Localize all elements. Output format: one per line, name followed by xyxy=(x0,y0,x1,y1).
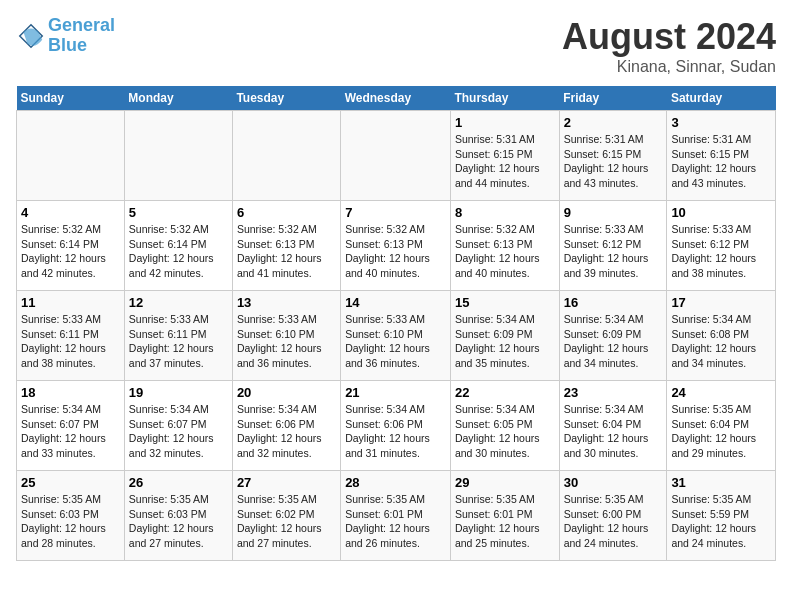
day-number: 19 xyxy=(129,385,228,400)
calendar-cell: 26Sunrise: 5:35 AM Sunset: 6:03 PM Dayli… xyxy=(124,471,232,561)
calendar-cell: 18Sunrise: 5:34 AM Sunset: 6:07 PM Dayli… xyxy=(17,381,125,471)
calendar-cell: 3Sunrise: 5:31 AM Sunset: 6:15 PM Daylig… xyxy=(667,111,776,201)
day-number: 8 xyxy=(455,205,555,220)
day-number: 31 xyxy=(671,475,771,490)
calendar-cell: 22Sunrise: 5:34 AM Sunset: 6:05 PM Dayli… xyxy=(450,381,559,471)
day-info: Sunrise: 5:34 AM Sunset: 6:07 PM Dayligh… xyxy=(21,402,120,461)
calendar-cell: 4Sunrise: 5:32 AM Sunset: 6:14 PM Daylig… xyxy=(17,201,125,291)
page-header: General Blue August 2024 Kinana, Sinnar,… xyxy=(16,16,776,76)
day-info: Sunrise: 5:32 AM Sunset: 6:14 PM Dayligh… xyxy=(129,222,228,281)
calendar-cell: 17Sunrise: 5:34 AM Sunset: 6:08 PM Dayli… xyxy=(667,291,776,381)
day-info: Sunrise: 5:34 AM Sunset: 6:09 PM Dayligh… xyxy=(455,312,555,371)
logo-line1: General xyxy=(48,15,115,35)
calendar-cell: 5Sunrise: 5:32 AM Sunset: 6:14 PM Daylig… xyxy=(124,201,232,291)
logo-text: General Blue xyxy=(48,16,115,56)
day-number: 13 xyxy=(237,295,336,310)
calendar-cell: 9Sunrise: 5:33 AM Sunset: 6:12 PM Daylig… xyxy=(559,201,667,291)
day-info: Sunrise: 5:33 AM Sunset: 6:12 PM Dayligh… xyxy=(564,222,663,281)
calendar-header-row: SundayMondayTuesdayWednesdayThursdayFrid… xyxy=(17,86,776,111)
day-header-monday: Monday xyxy=(124,86,232,111)
day-info: Sunrise: 5:33 AM Sunset: 6:10 PM Dayligh… xyxy=(237,312,336,371)
calendar-cell: 15Sunrise: 5:34 AM Sunset: 6:09 PM Dayli… xyxy=(450,291,559,381)
calendar-cell: 24Sunrise: 5:35 AM Sunset: 6:04 PM Dayli… xyxy=(667,381,776,471)
calendar-cell xyxy=(341,111,451,201)
day-info: Sunrise: 5:32 AM Sunset: 6:13 PM Dayligh… xyxy=(345,222,446,281)
page-title: August 2024 xyxy=(562,16,776,58)
day-info: Sunrise: 5:31 AM Sunset: 6:15 PM Dayligh… xyxy=(564,132,663,191)
day-number: 3 xyxy=(671,115,771,130)
day-number: 18 xyxy=(21,385,120,400)
day-info: Sunrise: 5:33 AM Sunset: 6:12 PM Dayligh… xyxy=(671,222,771,281)
calendar-cell: 29Sunrise: 5:35 AM Sunset: 6:01 PM Dayli… xyxy=(450,471,559,561)
day-number: 24 xyxy=(671,385,771,400)
day-number: 16 xyxy=(564,295,663,310)
day-info: Sunrise: 5:35 AM Sunset: 5:59 PM Dayligh… xyxy=(671,492,771,551)
day-number: 9 xyxy=(564,205,663,220)
calendar-cell: 8Sunrise: 5:32 AM Sunset: 6:13 PM Daylig… xyxy=(450,201,559,291)
day-info: Sunrise: 5:35 AM Sunset: 6:01 PM Dayligh… xyxy=(345,492,446,551)
calendar-cell: 10Sunrise: 5:33 AM Sunset: 6:12 PM Dayli… xyxy=(667,201,776,291)
calendar-cell: 11Sunrise: 5:33 AM Sunset: 6:11 PM Dayli… xyxy=(17,291,125,381)
calendar-cell: 19Sunrise: 5:34 AM Sunset: 6:07 PM Dayli… xyxy=(124,381,232,471)
day-info: Sunrise: 5:35 AM Sunset: 6:01 PM Dayligh… xyxy=(455,492,555,551)
calendar-cell: 1Sunrise: 5:31 AM Sunset: 6:15 PM Daylig… xyxy=(450,111,559,201)
day-number: 10 xyxy=(671,205,771,220)
day-number: 6 xyxy=(237,205,336,220)
calendar-cell xyxy=(124,111,232,201)
day-info: Sunrise: 5:34 AM Sunset: 6:04 PM Dayligh… xyxy=(564,402,663,461)
calendar-week-row: 18Sunrise: 5:34 AM Sunset: 6:07 PM Dayli… xyxy=(17,381,776,471)
day-number: 20 xyxy=(237,385,336,400)
logo: General Blue xyxy=(16,16,115,56)
day-number: 30 xyxy=(564,475,663,490)
day-info: Sunrise: 5:34 AM Sunset: 6:06 PM Dayligh… xyxy=(237,402,336,461)
day-header-wednesday: Wednesday xyxy=(341,86,451,111)
logo-line2: Blue xyxy=(48,35,87,55)
day-info: Sunrise: 5:35 AM Sunset: 6:03 PM Dayligh… xyxy=(129,492,228,551)
day-info: Sunrise: 5:35 AM Sunset: 6:02 PM Dayligh… xyxy=(237,492,336,551)
calendar-cell: 28Sunrise: 5:35 AM Sunset: 6:01 PM Dayli… xyxy=(341,471,451,561)
day-header-thursday: Thursday xyxy=(450,86,559,111)
day-info: Sunrise: 5:34 AM Sunset: 6:09 PM Dayligh… xyxy=(564,312,663,371)
calendar-table: SundayMondayTuesdayWednesdayThursdayFrid… xyxy=(16,86,776,561)
day-header-friday: Friday xyxy=(559,86,667,111)
day-info: Sunrise: 5:32 AM Sunset: 6:13 PM Dayligh… xyxy=(237,222,336,281)
day-number: 4 xyxy=(21,205,120,220)
day-info: Sunrise: 5:34 AM Sunset: 6:06 PM Dayligh… xyxy=(345,402,446,461)
calendar-week-row: 11Sunrise: 5:33 AM Sunset: 6:11 PM Dayli… xyxy=(17,291,776,381)
day-info: Sunrise: 5:31 AM Sunset: 6:15 PM Dayligh… xyxy=(455,132,555,191)
calendar-cell: 21Sunrise: 5:34 AM Sunset: 6:06 PM Dayli… xyxy=(341,381,451,471)
logo-icon xyxy=(16,21,46,51)
calendar-cell: 27Sunrise: 5:35 AM Sunset: 6:02 PM Dayli… xyxy=(232,471,340,561)
day-number: 15 xyxy=(455,295,555,310)
day-number: 7 xyxy=(345,205,446,220)
day-number: 1 xyxy=(455,115,555,130)
calendar-week-row: 25Sunrise: 5:35 AM Sunset: 6:03 PM Dayli… xyxy=(17,471,776,561)
day-info: Sunrise: 5:32 AM Sunset: 6:13 PM Dayligh… xyxy=(455,222,555,281)
calendar-cell: 12Sunrise: 5:33 AM Sunset: 6:11 PM Dayli… xyxy=(124,291,232,381)
calendar-cell: 6Sunrise: 5:32 AM Sunset: 6:13 PM Daylig… xyxy=(232,201,340,291)
calendar-cell: 23Sunrise: 5:34 AM Sunset: 6:04 PM Dayli… xyxy=(559,381,667,471)
calendar-cell: 13Sunrise: 5:33 AM Sunset: 6:10 PM Dayli… xyxy=(232,291,340,381)
day-info: Sunrise: 5:33 AM Sunset: 6:11 PM Dayligh… xyxy=(129,312,228,371)
day-number: 17 xyxy=(671,295,771,310)
day-info: Sunrise: 5:35 AM Sunset: 6:00 PM Dayligh… xyxy=(564,492,663,551)
day-number: 26 xyxy=(129,475,228,490)
calendar-week-row: 1Sunrise: 5:31 AM Sunset: 6:15 PM Daylig… xyxy=(17,111,776,201)
calendar-cell: 20Sunrise: 5:34 AM Sunset: 6:06 PM Dayli… xyxy=(232,381,340,471)
day-number: 11 xyxy=(21,295,120,310)
day-number: 23 xyxy=(564,385,663,400)
day-info: Sunrise: 5:34 AM Sunset: 6:05 PM Dayligh… xyxy=(455,402,555,461)
calendar-cell: 14Sunrise: 5:33 AM Sunset: 6:10 PM Dayli… xyxy=(341,291,451,381)
title-block: August 2024 Kinana, Sinnar, Sudan xyxy=(562,16,776,76)
day-info: Sunrise: 5:33 AM Sunset: 6:11 PM Dayligh… xyxy=(21,312,120,371)
day-info: Sunrise: 5:34 AM Sunset: 6:07 PM Dayligh… xyxy=(129,402,228,461)
day-info: Sunrise: 5:35 AM Sunset: 6:03 PM Dayligh… xyxy=(21,492,120,551)
day-number: 21 xyxy=(345,385,446,400)
calendar-cell: 7Sunrise: 5:32 AM Sunset: 6:13 PM Daylig… xyxy=(341,201,451,291)
day-info: Sunrise: 5:31 AM Sunset: 6:15 PM Dayligh… xyxy=(671,132,771,191)
day-header-tuesday: Tuesday xyxy=(232,86,340,111)
calendar-week-row: 4Sunrise: 5:32 AM Sunset: 6:14 PM Daylig… xyxy=(17,201,776,291)
day-info: Sunrise: 5:33 AM Sunset: 6:10 PM Dayligh… xyxy=(345,312,446,371)
day-header-saturday: Saturday xyxy=(667,86,776,111)
day-number: 28 xyxy=(345,475,446,490)
